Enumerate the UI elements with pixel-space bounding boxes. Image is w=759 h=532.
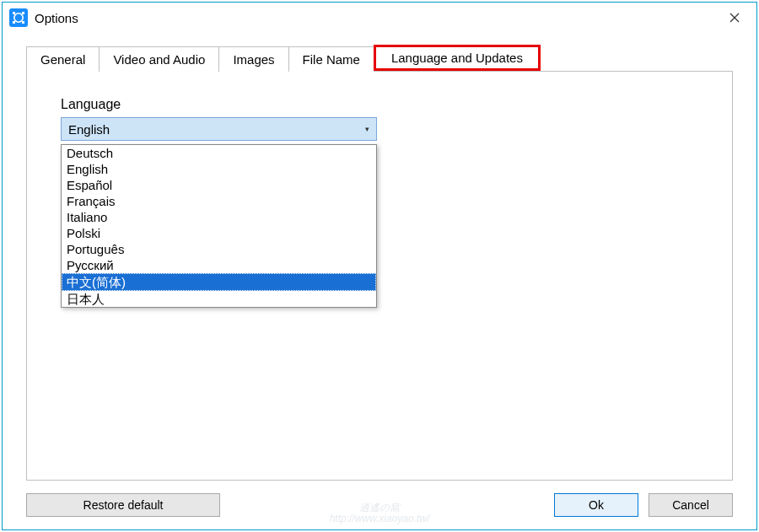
language-selected-value: English — [68, 122, 110, 137]
language-option[interactable]: English — [62, 161, 376, 177]
tab-language-updates[interactable]: Language and Updates — [374, 45, 541, 71]
language-option[interactable]: Português — [62, 241, 376, 257]
svg-rect-4 — [22, 21, 24, 24]
svg-rect-1 — [13, 12, 15, 14]
language-label: Language — [61, 97, 698, 112]
svg-rect-3 — [13, 21, 15, 24]
svg-point-0 — [14, 13, 23, 22]
svg-rect-2 — [22, 12, 24, 14]
watermark: 逍遙の窩 http://www.xiaoyao.tw/ — [330, 502, 430, 524]
window-title: Options — [35, 11, 78, 25]
language-option[interactable]: Polski — [62, 225, 376, 241]
button-row: Restore default Ok Cancel 逍遙の窩 http://ww… — [3, 481, 756, 529]
language-combobox[interactable]: English ▾ — [61, 117, 377, 141]
language-option[interactable]: Italiano — [62, 209, 376, 225]
titlebar: Options — [3, 3, 756, 33]
tab-general[interactable]: General — [26, 46, 100, 72]
content-area: General Video and Audio Images File Name… — [3, 33, 756, 481]
watermark-line2: http://www.xiaoyao.tw/ — [330, 513, 430, 524]
options-window: Options General Video and Audio Images F… — [2, 2, 757, 530]
restore-default-button[interactable]: Restore default — [26, 493, 220, 517]
close-button[interactable] — [718, 6, 751, 30]
tab-video-audio[interactable]: Video and Audio — [99, 46, 219, 72]
ok-button[interactable]: Ok — [554, 493, 638, 517]
watermark-line1: 逍遙の窩 — [330, 502, 430, 513]
chevron-down-icon: ▾ — [365, 125, 369, 133]
tab-panel: Language English ▾ DeutschEnglishEspañol… — [26, 71, 733, 481]
cancel-button[interactable]: Cancel — [649, 493, 733, 517]
language-option[interactable]: Deutsch — [62, 145, 376, 161]
language-option[interactable]: 中文(简体) — [62, 273, 376, 291]
language-option[interactable]: Français — [62, 193, 376, 209]
app-icon — [9, 8, 28, 27]
language-option[interactable]: 日本人 — [62, 291, 376, 307]
tab-file-name[interactable]: File Name — [288, 46, 374, 72]
language-dropdown-list: DeutschEnglishEspañolFrançaisItalianoPol… — [61, 144, 377, 308]
close-icon — [729, 13, 740, 23]
language-option[interactable]: Español — [62, 177, 376, 193]
language-option[interactable]: Русский — [62, 257, 376, 273]
tabstrip: General Video and Audio Images File Name… — [26, 45, 733, 71]
tab-images[interactable]: Images — [218, 46, 288, 72]
